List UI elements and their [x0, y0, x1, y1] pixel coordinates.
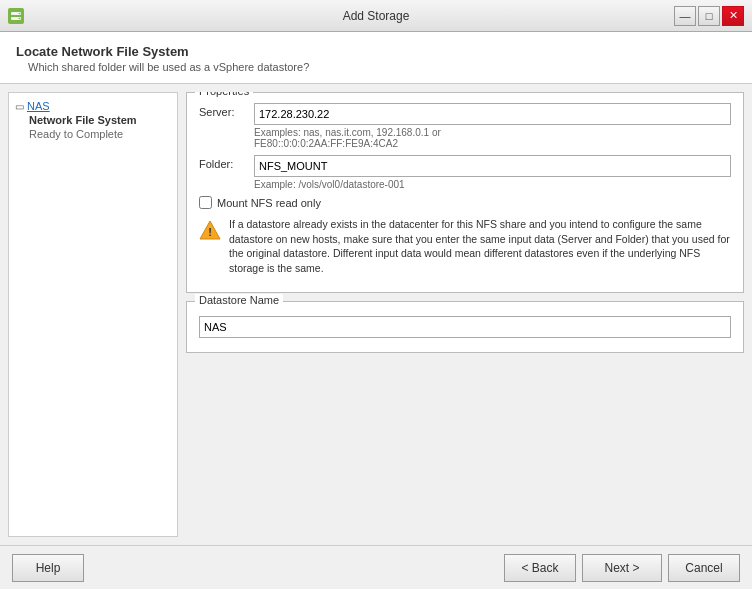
dialog-header: Locate Network File System Which shared … — [0, 32, 752, 84]
cancel-button[interactable]: Cancel — [668, 554, 740, 582]
maximize-button[interactable]: □ — [698, 6, 720, 26]
server-hint: Examples: nas, nas.it.com, 192.168.0.1 o… — [254, 127, 731, 149]
minimize-button[interactable]: — — [674, 6, 696, 26]
nav-item-nas[interactable]: NAS — [27, 100, 50, 112]
content-area: ▭ NAS Network File System Ready to Compl… — [0, 84, 752, 545]
right-panel: Properties Server: Examples: nas, nas.it… — [186, 92, 744, 537]
server-row: Server: Examples: nas, nas.it.com, 192.1… — [199, 103, 731, 149]
server-field-group: Examples: nas, nas.it.com, 192.168.0.1 o… — [254, 103, 731, 149]
datastore-name-input[interactable] — [199, 316, 731, 338]
folder-label: Folder: — [199, 155, 254, 170]
folder-field-group: Example: /vols/vol0/datastore-001 — [254, 155, 731, 190]
folder-row: Folder: Example: /vols/vol0/datastore-00… — [199, 155, 731, 190]
datastore-group: Datastore Name — [186, 301, 744, 353]
server-label: Server: — [199, 103, 254, 118]
svg-point-2 — [19, 12, 21, 14]
title-bar-controls: — □ ✕ — [674, 6, 744, 26]
mount-readonly-checkbox[interactable] — [199, 196, 212, 209]
next-button[interactable]: Next > — [582, 554, 662, 582]
nav-tree: ▭ NAS Network File System Ready to Compl… — [8, 92, 178, 537]
collapse-icon[interactable]: ▭ — [15, 101, 24, 112]
btn-group-right: < Back Next > Cancel — [504, 554, 740, 582]
title-bar-left — [8, 8, 24, 24]
mount-readonly-row: Mount NFS read only — [199, 196, 731, 209]
dialog-header-title: Locate Network File System — [16, 44, 736, 59]
dialog-body: Locate Network File System Which shared … — [0, 32, 752, 589]
warning-icon: ! — [199, 219, 221, 244]
properties-legend: Properties — [195, 92, 253, 97]
folder-input[interactable] — [254, 155, 731, 177]
nav-item-nfs: Network File System — [27, 113, 173, 127]
button-bar: Help < Back Next > Cancel — [0, 545, 752, 589]
properties-group: Properties Server: Examples: nas, nas.it… — [186, 92, 744, 293]
warning-text: If a datastore already exists in the dat… — [229, 217, 731, 276]
server-input[interactable] — [254, 103, 731, 125]
nav-item-ready: Ready to Complete — [27, 127, 173, 141]
svg-text:!: ! — [208, 226, 212, 238]
svg-point-3 — [19, 17, 21, 19]
storage-icon — [8, 8, 24, 24]
back-button[interactable]: < Back — [504, 554, 576, 582]
title-bar-title: Add Storage — [0, 9, 752, 23]
dialog-header-subtitle: Which shared folder will be used as a vS… — [28, 61, 736, 73]
close-button[interactable]: ✕ — [722, 6, 744, 26]
datastore-legend: Datastore Name — [195, 294, 283, 306]
mount-readonly-label: Mount NFS read only — [217, 197, 321, 209]
warning-box: ! If a datastore already exists in the d… — [199, 213, 731, 280]
title-bar: Add Storage — □ ✕ — [0, 0, 752, 32]
nav-root-row: ▭ NAS — [13, 99, 173, 113]
help-button[interactable]: Help — [12, 554, 84, 582]
folder-hint: Example: /vols/vol0/datastore-001 — [254, 179, 731, 190]
